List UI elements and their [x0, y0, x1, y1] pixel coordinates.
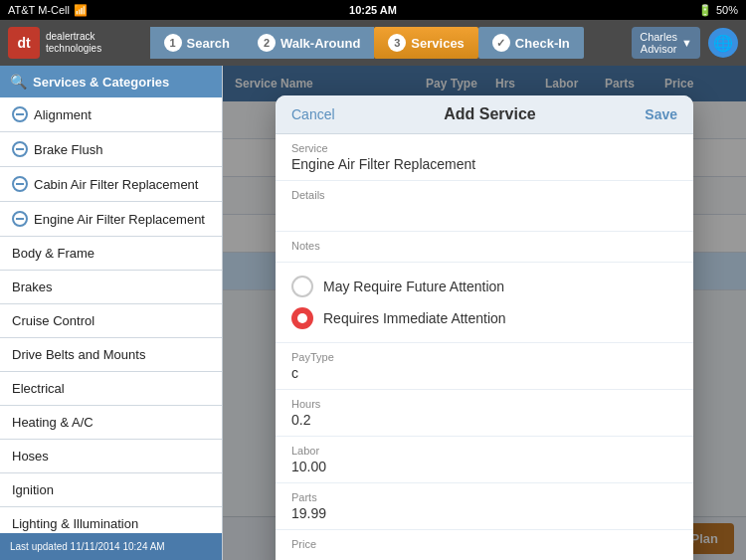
notes-label: Notes [291, 240, 677, 252]
step-label-walk: Walk-Around [280, 36, 360, 51]
details-label: Details [291, 189, 677, 201]
radio-label: Requires Immediate Attention [323, 310, 506, 326]
chevron-down-icon: ▼ [681, 37, 692, 49]
paytype-field[interactable]: PayType c [276, 343, 693, 390]
hours-field[interactable]: Hours 0.2 [276, 390, 693, 437]
labor-value: 10.00 [291, 459, 677, 474]
circle-icon [12, 141, 28, 157]
modal-save-button[interactable]: Save [645, 106, 677, 122]
sidebar-item-brakes[interactable]: Brakes [0, 271, 222, 304]
modal-body: Service Engine Air Filter Replacement De… [276, 134, 693, 560]
status-bar-left: AT&T M-Cell 📶 [8, 4, 88, 17]
parts-value: 19.99 [291, 505, 677, 521]
carrier-text: AT&T M-Cell [8, 4, 70, 16]
sidebar-item-label: Brake Flush [34, 142, 102, 157]
sidebar-item-body-frame[interactable]: Body & Frame [0, 237, 222, 271]
radio-circle-empty [291, 276, 313, 297]
sidebar-item-lighting[interactable]: Lighting & Illumination [0, 507, 222, 533]
step-label-services: Services [411, 36, 465, 51]
battery-text: 50% [716, 4, 738, 16]
sidebar-item-label: Brakes [12, 280, 52, 294]
sidebar-item-label: Body & Frame [12, 246, 94, 261]
sidebar-item-alignment[interactable]: Alignment [0, 97, 222, 132]
nav-step-checkin[interactable]: ✓ Check-In [478, 27, 584, 59]
globe-button[interactable]: 🌐 [708, 28, 738, 58]
price-value [291, 552, 677, 560]
modal-header: Cancel Add Service Save [276, 95, 693, 134]
nav-steps: 1 Search 2 Walk-Around 3 Services ✓ Chec… [150, 27, 584, 59]
modal-overlay: Cancel Add Service Save Service Engine A… [223, 66, 746, 560]
radio-inner [297, 313, 307, 323]
sidebar-item-label: Ignition [12, 482, 54, 497]
logo-icon: dt [8, 27, 40, 59]
labor-label: Labor [291, 445, 677, 457]
sidebar-item-label: Engine Air Filter Replacement [34, 212, 205, 227]
sidebar-item-hoses[interactable]: Hoses [0, 440, 222, 473]
sidebar-item-electrical[interactable]: Electrical [0, 372, 222, 406]
step-num-1: 1 [164, 34, 182, 52]
nav-step-walk[interactable]: 2 Walk-Around [244, 27, 374, 59]
price-field[interactable]: Price [276, 530, 693, 560]
circle-icon [12, 211, 28, 227]
radio-immediate-attention[interactable]: Requires Immediate Attention [291, 302, 677, 334]
logo-area: dt dealertrack technologies [8, 27, 101, 59]
radio-label: May Require Future Attention [323, 279, 504, 294]
radio-future-attention[interactable]: May Require Future Attention [291, 271, 677, 302]
user-name: CharlesAdvisor [640, 31, 677, 55]
wifi-icon: 📶 [74, 4, 88, 17]
sidebar-item-ignition[interactable]: Ignition [0, 473, 222, 507]
logo-text: dealertrack technologies [46, 31, 101, 55]
circle-icon [12, 176, 28, 192]
service-field: Service Engine Air Filter Replacement [276, 134, 693, 181]
service-label: Service [291, 142, 677, 154]
sidebar-title: Services & Categories [33, 75, 169, 90]
hours-label: Hours [291, 398, 677, 410]
details-field[interactable]: Details [276, 181, 693, 232]
user-button[interactable]: CharlesAdvisor ▼ [632, 27, 700, 59]
sidebar-item-label: Drive Belts and Mounts [12, 347, 145, 362]
modal-cancel-button[interactable]: Cancel [291, 106, 335, 122]
sidebar-item-label: Lighting & Illumination [12, 516, 138, 531]
nav-step-services[interactable]: 3 Services [374, 27, 478, 59]
search-icon: 🔍 [10, 74, 27, 90]
battery-icon: 🔋 [698, 4, 712, 17]
sidebar-item-brake-flush[interactable]: Brake Flush [0, 132, 222, 167]
sidebar-item-label: Heating & A/C [12, 415, 93, 430]
paytype-label: PayType [291, 351, 677, 363]
sidebar-item-label: Electrical [12, 381, 65, 396]
main-layout: 🔍 Services & Categories Alignment Brake … [0, 66, 746, 560]
radio-group: May Require Future Attention Requires Im… [276, 263, 693, 343]
parts-label: Parts [291, 491, 677, 503]
sidebar-item-drive-belts[interactable]: Drive Belts and Mounts [0, 338, 222, 372]
parts-field[interactable]: Parts 19.99 [276, 483, 693, 530]
last-updated-text: Last updated 11/11/2014 10:24 AM [10, 541, 165, 552]
sidebar-footer: Last updated 11/11/2014 10:24 AM [0, 533, 222, 560]
status-bar-right: 🔋 50% [698, 4, 738, 17]
sidebar-item-label: Cabin Air Filter Replacement [34, 177, 198, 192]
hours-value: 0.2 [291, 412, 677, 428]
sidebar-item-label: Hoses [12, 449, 49, 464]
sidebar-list: Alignment Brake Flush Cabin Air Filter R… [0, 97, 222, 533]
sidebar-item-engine-air[interactable]: Engine Air Filter Replacement [0, 202, 222, 237]
status-bar-time: 10:25 AM [349, 4, 397, 16]
sidebar-item-cruise[interactable]: Cruise Control [0, 304, 222, 338]
service-value: Engine Air Filter Replacement [291, 156, 677, 172]
sidebar-item-cabin-air[interactable]: Cabin Air Filter Replacement [0, 167, 222, 202]
sidebar-item-heating[interactable]: Heating & A/C [0, 406, 222, 440]
step-label-checkin: Check-In [515, 36, 570, 51]
logo-name: dealertrack [46, 31, 101, 43]
header-right: CharlesAdvisor ▼ 🌐 [632, 27, 738, 59]
status-bar: AT&T M-Cell 📶 10:25 AM 🔋 50% [0, 0, 746, 20]
paytype-value: c [291, 365, 677, 381]
globe-icon: 🌐 [713, 34, 733, 53]
step-num-check: ✓ [492, 34, 510, 52]
sidebar-header: 🔍 Services & Categories [0, 66, 222, 97]
step-num-3: 3 [388, 34, 406, 52]
nav-step-search[interactable]: 1 Search [150, 27, 244, 59]
labor-field[interactable]: Labor 10.00 [276, 437, 693, 483]
sidebar-item-label: Alignment [34, 107, 92, 122]
details-value [291, 203, 677, 223]
modal-title: Add Service [444, 105, 535, 123]
content-area: Service Name Pay Type Hrs Labor Parts Pr… [223, 66, 746, 560]
sidebar-item-label: Cruise Control [12, 313, 94, 328]
